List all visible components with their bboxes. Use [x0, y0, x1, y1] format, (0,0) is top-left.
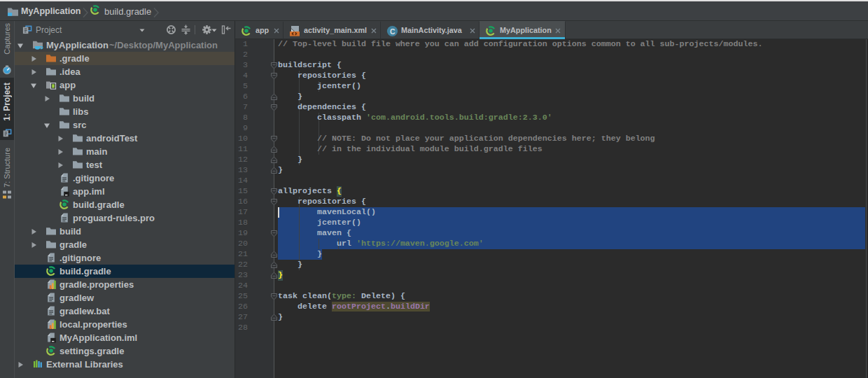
svg-text:C: C: [390, 27, 396, 36]
